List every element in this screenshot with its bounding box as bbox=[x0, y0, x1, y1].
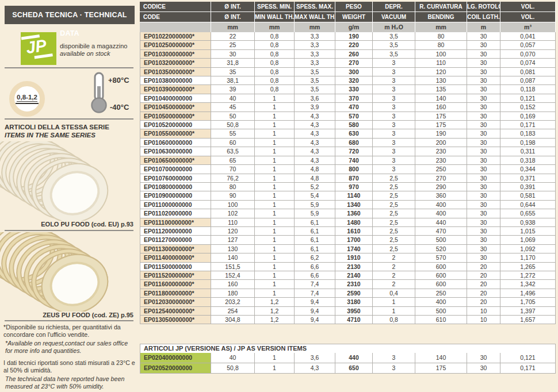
product-code-cell: EP010800000000 bbox=[140, 183, 211, 191]
data-cell: 130 bbox=[211, 245, 255, 253]
data-cell: 610 bbox=[415, 316, 467, 324]
data-cell: 370 bbox=[335, 94, 373, 103]
product-code-cell: EP011270000000 bbox=[140, 236, 211, 244]
data-cell: 4,3 bbox=[295, 156, 335, 165]
product-code-cell: EP010320000000* bbox=[140, 59, 211, 67]
data-cell: 2 bbox=[373, 263, 415, 271]
data-cell: 30 bbox=[467, 245, 500, 253]
stock-note-en: available on stock bbox=[60, 50, 127, 57]
data-cell: 76,2 bbox=[211, 174, 255, 183]
badge-rule bbox=[16, 103, 39, 104]
data-cell: 570 bbox=[415, 253, 467, 262]
data-cell: 5,9 bbox=[295, 209, 335, 218]
data-cell: 270 bbox=[415, 174, 467, 183]
data-cell: 6,6 bbox=[295, 271, 335, 280]
data-cell: 30 bbox=[467, 165, 500, 174]
data-cell: 3 bbox=[373, 129, 415, 138]
data-cell: 20 bbox=[467, 289, 500, 298]
product-code-cell: EP010760000000 bbox=[140, 174, 211, 183]
data-cell: 152,4 bbox=[211, 271, 255, 280]
stock-note-it: disponibile a magazzino bbox=[60, 43, 127, 50]
data-cell: 39 bbox=[211, 85, 255, 94]
data-cell: 5,2 bbox=[295, 183, 335, 191]
column-header-it: DEPR. bbox=[373, 2, 415, 12]
column-header-en: BENDING bbox=[415, 12, 467, 22]
data-cell: 130 bbox=[415, 76, 467, 85]
data-cell: 25 bbox=[211, 41, 255, 49]
as-data-cell: 4,3 bbox=[295, 363, 335, 374]
data-cell: 3,5 bbox=[295, 76, 335, 85]
data-cell: 1140 bbox=[335, 191, 373, 200]
as-data-cell: 40 bbox=[211, 353, 255, 363]
column-units: m bbox=[467, 22, 500, 32]
data-cell: 20 bbox=[467, 271, 500, 280]
data-cell: 1 bbox=[255, 263, 295, 271]
as-product-code-cell: EP020520000000 bbox=[140, 363, 211, 374]
data-cell: 0,644 bbox=[500, 201, 556, 209]
data-cell: 30 bbox=[467, 112, 500, 121]
data-cell: 9,4 bbox=[295, 307, 335, 316]
as-data-cell: 175 bbox=[415, 363, 467, 374]
data-cell: 3,9 bbox=[295, 103, 335, 112]
zeus-hose-photo bbox=[0, 232, 133, 314]
data-cell: 0,8 bbox=[255, 85, 295, 94]
data-cell: 3,3 bbox=[295, 41, 335, 49]
as-data-cell: 3 bbox=[373, 353, 415, 363]
column-units: m³ bbox=[500, 22, 556, 32]
data-cell: 30 bbox=[467, 129, 500, 138]
data-cell: 0,8 bbox=[255, 68, 295, 76]
data-cell: 20 bbox=[467, 280, 500, 289]
column-header-en: Ø INT. bbox=[211, 12, 255, 22]
data-cell: 1910 bbox=[335, 253, 373, 262]
data-cell: 3 bbox=[373, 121, 415, 129]
data-cell: 3 bbox=[373, 94, 415, 103]
data-cell: 520 bbox=[415, 245, 467, 253]
data-cell: 2,5 bbox=[373, 201, 415, 209]
product-code-cell: EP010250000000* bbox=[140, 41, 211, 49]
column-header-it: Ø INT. bbox=[211, 2, 255, 12]
divider bbox=[5, 118, 133, 120]
data-cell: 2,5 bbox=[373, 174, 415, 183]
data-cell: 254 bbox=[211, 307, 255, 316]
data-cell: 2,5 bbox=[373, 209, 415, 218]
data-cell: 180 bbox=[211, 289, 255, 298]
as-data-cell: 0,121 bbox=[500, 353, 556, 363]
data-cell: 4,3 bbox=[295, 121, 335, 129]
data-cell: 4,3 bbox=[295, 129, 335, 138]
data-cell: 3,5 bbox=[295, 85, 335, 94]
data-cell: 120 bbox=[415, 68, 467, 76]
data-cell: 320 bbox=[335, 76, 373, 85]
data-cell: 30 bbox=[467, 183, 500, 191]
data-cell: 1,170 bbox=[500, 253, 556, 262]
data-cell: 30 bbox=[467, 218, 500, 227]
data-cell: 1,069 bbox=[500, 236, 556, 244]
data-cell: 3 bbox=[373, 156, 415, 165]
product-code-cell: EP010600000000 bbox=[140, 139, 211, 147]
data-cell: 0,8 bbox=[255, 59, 295, 67]
product-code-cell: EP010400000000 bbox=[140, 94, 211, 103]
data-cell: 120 bbox=[211, 227, 255, 236]
data-cell: 740 bbox=[335, 156, 373, 165]
data-cell: 600 bbox=[415, 271, 467, 280]
data-cell: 203,2 bbox=[211, 298, 255, 306]
data-cell: 0,8 bbox=[255, 41, 295, 49]
data-cell: 4,3 bbox=[295, 112, 335, 121]
data-cell: 1700 bbox=[335, 236, 373, 244]
product-code-cell: EP012540000000* bbox=[140, 307, 211, 316]
data-cell: 6,1 bbox=[295, 245, 335, 253]
data-cell: 0,057 bbox=[500, 41, 556, 49]
column-header-it: SPESS. MAX. bbox=[295, 2, 335, 12]
data-cell: 1 bbox=[255, 103, 295, 112]
data-cell: 0,8 bbox=[255, 32, 295, 41]
data-cell: 3 bbox=[373, 139, 415, 147]
data-cell: 1,265 bbox=[500, 263, 556, 271]
data-cell: 110 bbox=[211, 218, 255, 227]
data-cell: 40 bbox=[211, 94, 255, 103]
zeus-hose-caption: ZEUS PU FOOD (cod. ZE) p.95 bbox=[5, 312, 133, 318]
data-cell: 0,938 bbox=[500, 218, 556, 227]
as-version-table: ARTICOLI JP (VERSIONE AS) / JP AS VERSIO… bbox=[140, 344, 556, 374]
data-cell: 600 bbox=[415, 263, 467, 271]
as-section-title: ARTICOLI JP (VERSIONE AS) / JP AS VERSIO… bbox=[140, 344, 556, 353]
data-cell: 1 bbox=[255, 201, 295, 209]
data-cell: 230 bbox=[415, 156, 467, 165]
